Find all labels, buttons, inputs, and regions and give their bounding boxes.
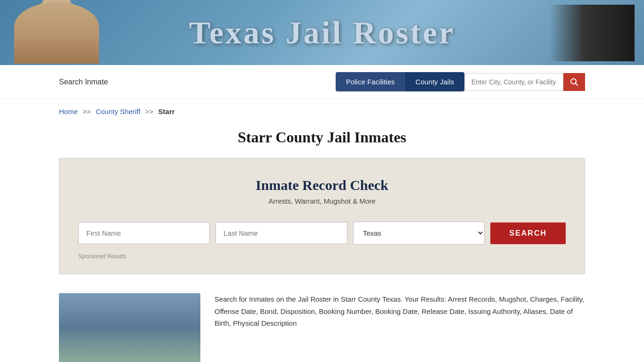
nav-search-label: Search Inmate [59,78,108,86]
page-title: Starr County Jail Inmates [0,129,644,146]
police-facilities-button[interactable]: Police Facilities [336,72,405,91]
card-title: Inmate Record Check [78,177,566,193]
bottom-text: Search for Inmates on the Jail Roster in… [215,293,585,362]
breadcrumb-sep2: >> [145,107,154,115]
sponsored-label: Sponsored Results [78,253,566,260]
last-name-input[interactable] [215,222,347,244]
nav-search-input[interactable] [464,73,563,91]
search-card: Inmate Record Check Arrests, Warrant, Mu… [59,158,585,274]
svg-line-1 [576,83,578,85]
capitol-building [14,2,99,64]
breadcrumb: Home >> County Sheriff >> Starr [0,99,644,124]
breadcrumb-current: Starr [158,107,175,115]
search-icon [570,78,578,86]
site-title: Texas Jail Roster [189,14,455,51]
nav-search-button[interactable] [563,73,585,91]
nav-bar: Search Inmate Police Facilities County J… [0,65,644,99]
county-jails-button[interactable]: County Jails [405,72,464,91]
card-subtitle: Arrests, Warrant, Mugshot & More [78,197,566,205]
breadcrumb-home[interactable]: Home [59,107,78,115]
bottom-image [59,293,200,362]
search-button[interactable]: SEARCH [490,222,566,244]
bottom-section: Search for Inmates on the Jail Roster in… [0,288,644,362]
search-form-row: AlabamaAlaskaArizonaArkansasCaliforniaCo… [78,222,566,245]
state-select[interactable]: AlabamaAlaskaArizonaArkansasCaliforniaCo… [353,222,485,245]
breadcrumb-sep1: >> [83,107,91,115]
first-name-input[interactable] [78,222,210,244]
header-banner: Texas Jail Roster [0,0,644,65]
keys-image [550,5,635,61]
nav-buttons: Police Facilities County Jails [336,72,585,91]
breadcrumb-county-sheriff[interactable]: County Sheriff [96,107,140,115]
